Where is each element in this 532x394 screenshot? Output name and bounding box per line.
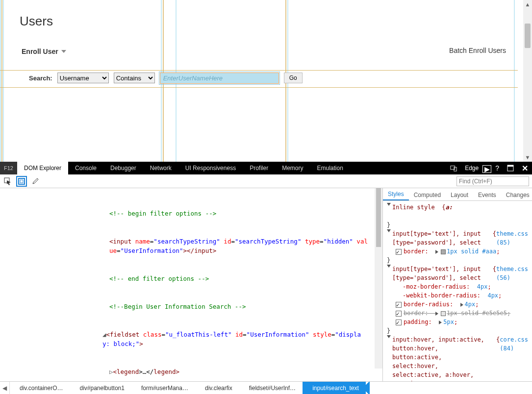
tab-profiler[interactable]: Profiler (243, 162, 275, 174)
checkbox-icon[interactable] (396, 249, 402, 255)
tab-ui-responsiveness[interactable]: UI Responsiveness (178, 162, 243, 174)
breadcrumb-item-active[interactable]: input#search_text (303, 382, 366, 394)
chevron-right-icon[interactable] (435, 312, 438, 316)
chevron-right-icon[interactable] (439, 320, 442, 324)
scroll-down-icon[interactable]: ▼ (523, 153, 532, 162)
devtools-toolbar (0, 174, 532, 188)
search-operator-select[interactable]: Contains (114, 73, 155, 83)
guide-line (0, 87, 518, 88)
svg-rect-3 (507, 165, 513, 167)
find-input[interactable] (456, 176, 529, 186)
breadcrumb-item[interactable]: form#userMana… (131, 382, 195, 394)
devtools-tabbar: F12 DOM Explorer Console Debugger Networ… (0, 162, 532, 174)
css-property[interactable]: padding: 5px; (387, 318, 528, 326)
search-row: Search: Username Contains Go (0, 71, 518, 86)
breadcrumb-item[interactable]: div.containerO… (10, 382, 70, 394)
css-rule[interactable]: input[type='text'], input [type='passwor… (387, 265, 528, 282)
play-icon[interactable]: ▶ (482, 165, 491, 173)
emulation-device-icon[interactable] (446, 162, 461, 174)
search-input[interactable] (160, 73, 279, 84)
undock-icon[interactable] (503, 162, 518, 174)
batch-enroll-link[interactable]: Batch Enroll Users (449, 47, 506, 54)
chevron-down-icon (387, 203, 391, 206)
breadcrumb-item[interactable]: fieldset#UserInf… (239, 382, 303, 394)
styles-tabbar: Styles Computed Layout Events Changes (383, 188, 532, 201)
styles-pane: Styles Computed Layout Events Changes In… (382, 188, 532, 381)
tab-dom-explorer[interactable]: DOM Explorer (17, 162, 68, 174)
tab-styles[interactable]: Styles (383, 189, 409, 200)
color-picker-icon[interactable] (30, 176, 40, 186)
guide-line (0, 70, 518, 71)
enroll-user-dropdown[interactable]: Enroll User (22, 48, 66, 55)
search-input-wrap (160, 73, 279, 84)
chevron-down-icon (387, 335, 391, 338)
devtools-panel: F12 DOM Explorer Console Debugger Networ… (0, 162, 532, 394)
chevron-down-icon (387, 229, 391, 232)
tab-debugger[interactable]: Debugger (103, 162, 143, 174)
tab-emulation[interactable]: Emulation (310, 162, 350, 174)
dom-node[interactable]: ▷<legend>…</legend> (2, 367, 368, 376)
enroll-user-row: Enroll User (0, 29, 518, 55)
color-swatch-icon[interactable] (441, 311, 446, 316)
dom-comment: <!--Begin User Information Search --> (109, 303, 246, 310)
breadcrumb-item[interactable]: div.clearfix (195, 382, 239, 394)
caret-down-icon (61, 50, 66, 53)
page-title: Users (0, 0, 518, 29)
dom-tree[interactable]: <!-- begin filter options --> <input nam… (0, 188, 382, 381)
scrollbar-thumb[interactable] (376, 188, 381, 247)
tab-network[interactable]: Network (143, 162, 178, 174)
scrollbar-thumb[interactable] (525, 24, 531, 48)
highlight-element-icon[interactable] (17, 176, 26, 186)
svg-rect-6 (20, 180, 23, 183)
css-property[interactable]: -moz-border-radius: 4px; (387, 282, 528, 291)
chevron-down-icon (387, 265, 391, 268)
css-rule[interactable]: input[type='text'], input [type='passwor… (387, 229, 528, 247)
search-label: Search: (29, 74, 52, 82)
css-property-overridden[interactable]: border: 1px solid #e5e5e5; (387, 309, 528, 318)
scrollbar-vertical[interactable]: ▲ ▼ (523, 0, 532, 162)
checkbox-icon[interactable] (396, 311, 402, 317)
scroll-up-icon[interactable]: ▲ (523, 0, 532, 9)
search-field-select[interactable]: Username (57, 73, 109, 83)
devtools-body: <!-- begin filter options --> <input nam… (0, 188, 532, 381)
scrollbar-vertical[interactable] (375, 188, 382, 369)
tab-layout[interactable]: Layout (446, 190, 473, 200)
page-body: Users Enroll User Batch Enroll Users Sea… (0, 0, 518, 162)
styles-rules[interactable]: Inline style {a: } input[type='text'], i… (383, 201, 532, 381)
browser-content: Users Enroll User Batch Enroll Users Sea… (0, 0, 532, 162)
enroll-user-label: Enroll User (22, 48, 58, 55)
css-property[interactable]: -webkit-border-radius: 4px; (387, 291, 528, 300)
tab-computed[interactable]: Computed (409, 190, 446, 200)
tab-changes[interactable]: Changes (501, 190, 532, 200)
css-property[interactable]: border: 1px solid #aaa; (387, 247, 528, 256)
select-element-icon[interactable] (3, 176, 13, 186)
tab-events[interactable]: Events (473, 190, 501, 200)
svg-rect-5 (19, 178, 25, 184)
breadcrumb: ◀ div.containerO… div#panelbutton1 form#… (0, 381, 532, 394)
css-rule[interactable]: input:hover, input:active, button:hover,… (387, 335, 528, 381)
dom-comment: <!-- begin filter options --> (109, 210, 216, 217)
pseudo-state-icon[interactable]: a: (445, 203, 452, 212)
go-button[interactable]: Go (284, 73, 303, 83)
tab-console[interactable]: Console (68, 162, 103, 174)
dom-node[interactable]: <input name="searchTypeString" id="searc… (2, 237, 368, 255)
edge-label: Edge (461, 162, 482, 174)
css-property[interactable]: border-radius: 4px; (387, 300, 528, 309)
color-swatch-icon[interactable] (441, 249, 446, 254)
dom-node[interactable]: ◢<fieldset class="u_floatThis-left" id="… (2, 330, 368, 348)
close-icon[interactable]: ✕ (518, 162, 532, 174)
tab-memory[interactable]: Memory (275, 162, 310, 174)
help-icon[interactable]: ? (491, 162, 503, 174)
f12-label: F12 (0, 162, 17, 174)
chevron-right-icon[interactable] (460, 303, 463, 307)
breadcrumb-item[interactable]: div#panelbutton1 (70, 382, 131, 394)
chevron-right-icon[interactable] (435, 250, 438, 254)
checkbox-icon[interactable] (396, 302, 402, 308)
rule-inline[interactable]: Inline style {a: (387, 203, 528, 212)
dom-comment: <!-- end filter options --> (109, 275, 209, 282)
checkbox-icon[interactable] (396, 320, 402, 325)
breadcrumb-prev-icon[interactable]: ◀ (0, 382, 10, 394)
